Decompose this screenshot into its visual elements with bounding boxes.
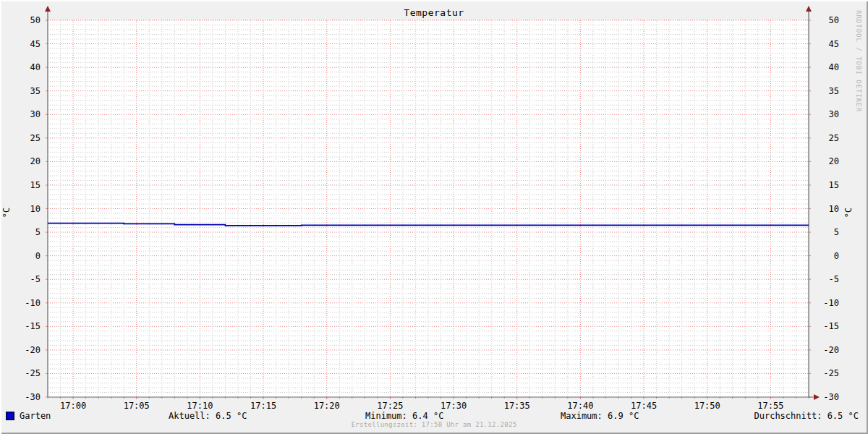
x-tick-label: 17:00 <box>60 401 86 411</box>
stat-aktuell: Aktuell: 6.5 °C <box>169 411 247 421</box>
y-tick-label-left: -25 <box>25 368 41 378</box>
y-tick-label-right: -25 <box>823 368 839 378</box>
x-tick-label: 17:35 <box>504 401 530 411</box>
x-tick-label: 17:25 <box>377 401 403 411</box>
x-tick-label: 17:45 <box>631 401 657 411</box>
creation-timestamp: Erstellungszeit: 17:58 Uhr am 21.12.2025 <box>0 421 868 428</box>
y-tick-label-left: 10 <box>30 204 41 214</box>
y-tick-label-left: 0 <box>35 251 41 261</box>
y-tick-label-right: 5 <box>834 227 839 237</box>
y-tick-label-right: 45 <box>829 39 839 49</box>
rrdtool-watermark: RRDTOOL / TOBI OETIKER <box>855 10 862 112</box>
chart-canvas: -30-30-25-25-20-20-15-15-10-10-5-5005510… <box>0 0 868 434</box>
y-tick-label-right: -20 <box>823 345 839 355</box>
x-tick-label: 17:10 <box>187 401 213 411</box>
x-tick-label: 17:20 <box>314 401 340 411</box>
legend-row: Garten Aktuell: 6.5 °C Minimum: 6.4 °C M… <box>0 411 868 421</box>
y-tick-label-left: -15 <box>25 321 41 331</box>
y-tick-label-right: 25 <box>829 133 839 143</box>
y-tick-label-left: 15 <box>30 180 41 190</box>
y-tick-label-left: 45 <box>30 39 41 49</box>
y-tick-label-left: 50 <box>30 15 41 25</box>
y-tick-label-left: -30 <box>25 392 41 402</box>
y-axis-unit-right: °C <box>843 208 854 218</box>
x-tick-label: 17:15 <box>250 401 276 411</box>
x-tick-label: 17:55 <box>757 401 783 411</box>
stat-maximum: Maximum: 6.9 °C <box>561 411 639 421</box>
y-tick-label-right: 0 <box>834 251 839 261</box>
y-tick-label-right: 15 <box>829 180 839 190</box>
rrdtool-graph: Temperatur -30-30-25-25-20-20-15-15-10-1… <box>0 0 868 434</box>
stat-durchschnitt: Durchschnitt: 6.5 °C <box>754 411 859 421</box>
legend-swatch <box>6 412 14 420</box>
y-tick-label-right: -30 <box>823 392 839 402</box>
x-tick-label: 17:05 <box>124 401 150 411</box>
y-tick-label-right: 10 <box>829 204 839 214</box>
y-tick-label-left: -20 <box>25 345 41 355</box>
legend-series-label: Garten <box>20 411 51 421</box>
y-tick-label-left: 25 <box>30 133 41 143</box>
y-tick-label-left: -10 <box>25 298 41 308</box>
x-axis-arrow <box>814 394 820 400</box>
y-tick-label-left: 5 <box>35 227 41 237</box>
y-tick-label-right: 30 <box>829 109 839 119</box>
y-tick-label-right: 35 <box>829 86 839 96</box>
y-axis-arrow-left <box>45 6 51 12</box>
y-axis-unit-left: °C <box>1 208 12 218</box>
y-tick-label-right: -5 <box>829 274 839 284</box>
y-tick-label-left: 40 <box>30 62 41 72</box>
y-tick-label-right: -15 <box>823 321 839 331</box>
x-tick-label: 17:30 <box>441 401 467 411</box>
y-tick-label-left: 35 <box>30 86 41 96</box>
y-tick-label-right: 40 <box>829 62 839 72</box>
x-tick-label: 17:50 <box>694 401 720 411</box>
y-axis-arrow-right <box>806 6 812 12</box>
y-tick-label-right: 50 <box>829 15 839 25</box>
y-tick-label-left: 20 <box>30 156 41 166</box>
y-tick-label-right: 20 <box>829 156 839 166</box>
stat-minimum: Minimum: 6.4 °C <box>365 411 443 421</box>
y-tick-label-left: 30 <box>30 109 41 119</box>
y-tick-label-right: -10 <box>823 298 839 308</box>
y-tick-label-left: -5 <box>30 274 41 284</box>
x-tick-label: 17:40 <box>567 401 593 411</box>
